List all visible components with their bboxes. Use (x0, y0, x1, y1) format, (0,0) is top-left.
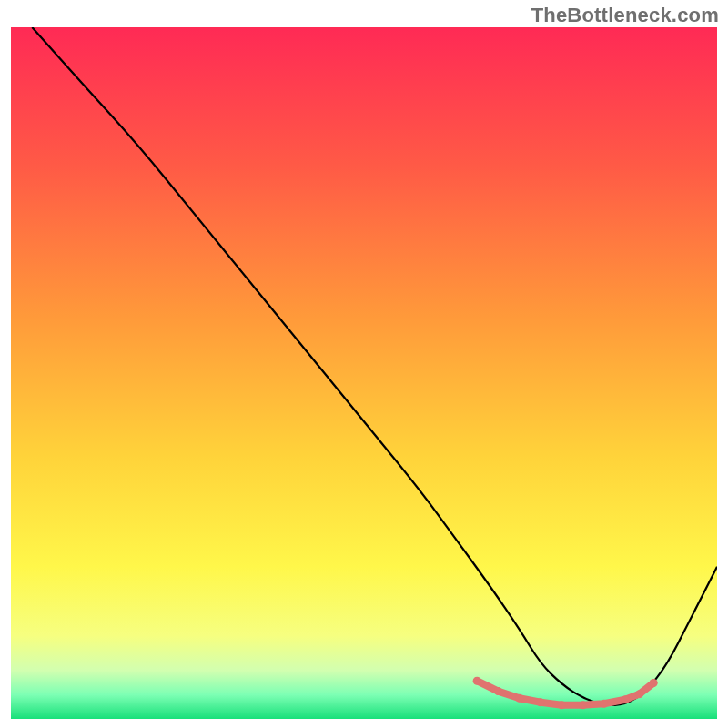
optimal-range-dot (650, 679, 658, 687)
watermark-text: TheBottleneck.com (531, 4, 719, 27)
optimal-range-dot (494, 687, 502, 695)
chart-background (11, 27, 717, 719)
bottleneck-chart (11, 27, 717, 719)
optimal-range-dot (515, 694, 523, 703)
optimal-range-dot (473, 677, 481, 685)
optimal-range-dot (537, 698, 545, 706)
optimal-range-dot (579, 701, 587, 709)
optimal-range-dot (600, 700, 608, 708)
optimal-range-dot (635, 690, 643, 698)
optimal-range-dot (622, 695, 630, 703)
optimal-range-dot (558, 701, 566, 709)
